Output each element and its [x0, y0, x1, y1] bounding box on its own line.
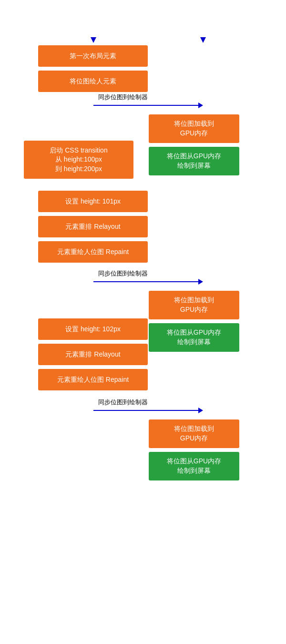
arrow-line-a2	[93, 281, 198, 282]
block-b4: 将位图从GPU内存绘制到屏幕	[149, 147, 239, 175]
arrow-a3: 同步位图到绘制器	[93, 408, 203, 413]
block-b11: 设置 height: 102px	[38, 318, 148, 340]
block-b13: 元素重绘人位图 Repaint	[38, 369, 148, 390]
arrow-head-a2	[198, 279, 203, 285]
arrow-label-a3: 同步位图到绘制器	[98, 398, 148, 407]
block-b9: 将位图加载到GPU内存	[149, 291, 239, 319]
diagram-container: 第一次布局元素将位图绘人元素将位图加载到GPU内存将位图从GPU内存绘制到屏幕启…	[0, 0, 286, 43]
arrow-label-a1: 同步位图到绘制器	[98, 93, 148, 102]
block-b3: 将位图加载到GPU内存	[149, 114, 239, 143]
block-b6: 设置 height: 101px	[38, 191, 148, 212]
arrow-a2: 同步位图到绘制器	[93, 279, 203, 285]
arrow-head-a3	[198, 408, 203, 413]
arrow-a1: 同步位图到绘制器	[93, 102, 203, 108]
block-b12: 元素重排 Relayout	[38, 344, 148, 365]
block-b2: 将位图绘人元素	[38, 71, 148, 92]
block-b5: 启动 CSS transition从 height:100px到 height:…	[24, 141, 133, 179]
block-b8: 元素重绘人位图 Repaint	[38, 241, 148, 263]
arrow-line-a3	[93, 410, 198, 411]
block-b1: 第一次布局元素	[38, 45, 148, 67]
block-b10: 将位图从GPU内存绘制到屏幕	[149, 323, 239, 352]
arrow-head-a1	[198, 102, 203, 108]
block-b14: 将位图加载到GPU内存	[149, 419, 239, 448]
block-b15: 将位图从GPU内存绘制到屏幕	[149, 452, 239, 480]
arrow-label-a2: 同步位图到绘制器	[98, 269, 148, 278]
block-b7: 元素重排 Relayout	[38, 216, 148, 237]
arrow-line-a1	[93, 105, 198, 106]
